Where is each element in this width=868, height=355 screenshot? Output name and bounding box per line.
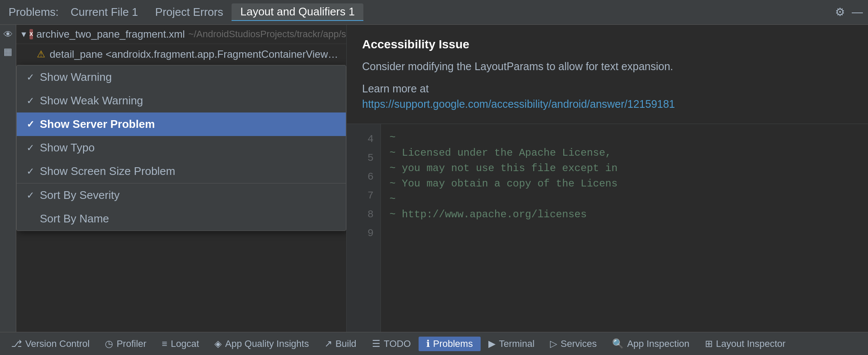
menu-show-server-problem-label: Show Server Problem (40, 118, 155, 131)
layout-icon[interactable]: ▦ (3, 46, 12, 57)
status-profiler[interactable]: ◷ Profiler (97, 337, 154, 351)
todo-label: TODO (384, 338, 411, 349)
menu-show-screen-size-label: Show Screen Size Problem (40, 165, 175, 178)
line-6: 6 (347, 168, 380, 186)
version-control-label: Version Control (25, 338, 89, 349)
app-inspection-label: App Inspection (627, 338, 690, 349)
info-description: Consider modifying the LayoutParams to a… (362, 59, 853, 74)
status-services[interactable]: ▷ Services (542, 337, 604, 351)
tab-current-file[interactable]: Current File 1 (62, 4, 147, 21)
code-line-7: ~ You may obtain a copy of the Licens (389, 176, 859, 192)
code-line-5: ~ Licensed under the Apache License, (389, 145, 859, 161)
code-line-9: ~ http://www.apache.org/licenses (389, 207, 859, 222)
file-name: archive_two_pane_fragment.xml (36, 28, 185, 40)
file-item[interactable]: ▾ X archive_two_pane_fragment.xml ~/Andr… (16, 25, 346, 44)
info-learn-more: Learn more at (362, 83, 853, 95)
right-panel: Accessibility Issue Consider modifying t… (347, 25, 868, 332)
check-show-screen-size: ✓ (25, 166, 36, 177)
code-panel: 4 5 6 7 8 9 ~ ~ Licensed under the Apach… (347, 124, 868, 332)
left-panel: 👁 ▦ ▾ X archive_two_pane_fragment.xml ~/… (0, 25, 347, 332)
services-label: Services (561, 338, 597, 349)
profiler-label: Profiler (116, 338, 146, 349)
build-label: Build (336, 338, 357, 349)
tree-arrow-icon[interactable]: ▾ (21, 29, 26, 40)
status-layout-inspector[interactable]: ⊞ Layout Inspector (697, 337, 794, 351)
terminal-icon: ▶ (488, 338, 496, 349)
build-icon: ↗ (324, 338, 332, 349)
code-content: ~ ~ Licensed under the Apache License, ~… (381, 124, 868, 332)
code-line-4: ~ (389, 130, 859, 145)
check-show-weak-warning: ✓ (25, 95, 36, 106)
main-area: 👁 ▦ ▾ X archive_two_pane_fragment.xml ~/… (0, 25, 868, 332)
logcat-icon: ≡ (162, 338, 167, 349)
info-panel: Accessibility Issue Consider modifying t… (347, 25, 868, 124)
line-4: 4 (347, 130, 380, 149)
file-icon: X (30, 29, 33, 39)
version-control-icon: ⎇ (11, 338, 22, 349)
code-line-6: ~ you may not use this file except in (389, 161, 859, 176)
check-show-typo: ✓ (25, 142, 36, 154)
app-quality-icon: ◈ (214, 338, 222, 349)
check-show-warning: ✓ (25, 72, 36, 83)
profiler-icon: ◷ (105, 338, 113, 349)
check-sort-by-severity: ✓ (25, 190, 36, 201)
menu-show-weak-warning[interactable]: ✓ Show Weak Warning (17, 89, 346, 112)
status-app-inspection[interactable]: 🔍 App Inspection (604, 337, 697, 351)
menu-show-typo-label: Show Typo (40, 141, 95, 154)
info-title: Accessibility Issue (362, 38, 853, 51)
app-quality-label: App Quality Insights (225, 338, 309, 349)
tab-bar: Problems: Current File 1 Project Errors … (0, 0, 868, 25)
info-link[interactable]: https://support.google.com/accessibility… (362, 98, 675, 110)
menu-sort-by-severity[interactable]: ✓ Sort By Severity (17, 183, 346, 207)
status-problems[interactable]: ℹ Problems (419, 337, 481, 351)
menu-sort-by-severity-label: Sort By Severity (40, 189, 119, 202)
layout-inspector-icon: ⊞ (705, 338, 713, 349)
services-icon: ▷ (550, 338, 557, 349)
todo-icon: ☰ (372, 338, 380, 349)
menu-sort-by-name[interactable]: ✓ Sort By Name (17, 207, 346, 231)
status-logcat[interactable]: ≡ Logcat (154, 337, 207, 351)
menu-show-screen-size[interactable]: ✓ Show Screen Size Problem (17, 160, 346, 183)
line-5: 5 (347, 149, 380, 168)
menu-show-weak-warning-label: Show Weak Warning (40, 94, 143, 107)
menu-show-warning-label: Show Warning (40, 71, 112, 84)
menu-show-typo[interactable]: ✓ Show Typo (17, 136, 346, 160)
tab-layout-qualifiers[interactable]: Layout and Qualifiers 1 (232, 3, 363, 21)
status-build[interactable]: ↗ Build (317, 337, 364, 351)
layout-inspector-label: Layout Inspector (716, 338, 786, 349)
code-line-8: ~ (389, 192, 859, 207)
menu-sort-by-name-label: Sort By Name (40, 212, 109, 225)
dropdown-menu: ✓ Show Warning ✓ Show Weak Warning ✓ Sho… (16, 65, 346, 231)
warning-text: detail_pane <androidx.fragment.app.Fragm… (50, 48, 341, 60)
status-app-quality[interactable]: ◈ App Quality Insights (207, 337, 317, 351)
problems-label: Problems: (5, 6, 62, 19)
check-show-server-problem: ✓ (25, 119, 36, 130)
menu-show-server-problem[interactable]: ✓ Show Server Problem (17, 112, 346, 136)
minimize-icon[interactable]: — (852, 6, 863, 19)
file-path: ~/AndroidStudiosProjects/trackr/app/sr..… (188, 29, 346, 40)
status-terminal[interactable]: ▶ Terminal (481, 337, 542, 351)
line-9: 9 (347, 224, 380, 243)
terminal-label: Terminal (499, 338, 535, 349)
problems-icon: ℹ (426, 338, 430, 349)
menu-show-warning[interactable]: ✓ Show Warning (17, 65, 346, 89)
eye-icon[interactable]: 👁 (3, 29, 13, 40)
line-7: 7 (347, 186, 380, 205)
warning-item[interactable]: ⚠ detail_pane <androidx.fragment.app.Fra… (16, 44, 346, 65)
app-inspection-icon: 🔍 (612, 338, 624, 349)
warning-icon: ⚠ (37, 49, 45, 60)
problems-label: Problems (433, 338, 473, 349)
status-bar: ⎇ Version Control ◷ Profiler ≡ Logcat ◈ … (0, 332, 868, 355)
settings-icon[interactable]: ⚙ (835, 6, 845, 19)
line-8: 8 (347, 205, 380, 224)
logcat-label: Logcat (171, 338, 199, 349)
tab-project-errors[interactable]: Project Errors (147, 4, 232, 21)
left-toolbar: 👁 ▦ (0, 25, 16, 332)
line-numbers: 4 5 6 7 8 9 (347, 124, 381, 332)
status-version-control[interactable]: ⎇ Version Control (3, 337, 97, 351)
status-todo[interactable]: ☰ TODO (364, 337, 419, 351)
